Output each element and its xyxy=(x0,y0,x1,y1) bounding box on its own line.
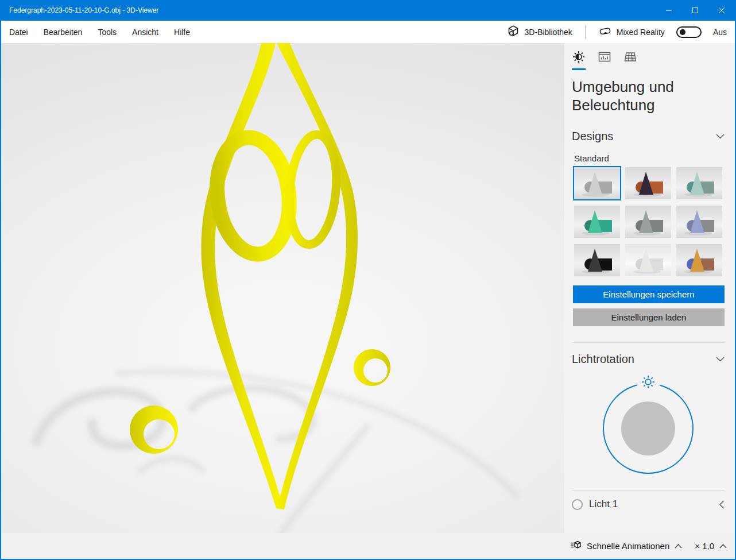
window-title: Federgraph-2023-05-11-20-10-G.obj - 3D-V… xyxy=(1,6,656,14)
close-icon xyxy=(718,7,725,14)
light-rotation-dial[interactable] xyxy=(603,383,694,474)
mixed-reality-toggle[interactable] xyxy=(676,26,702,38)
design-thumbnail-7[interactable] xyxy=(573,243,621,277)
design-thumbnail-5[interactable] xyxy=(624,204,672,239)
grid-icon xyxy=(623,50,637,64)
menu-bearbeiten[interactable]: Bearbeiten xyxy=(44,28,83,37)
curl-ring-right xyxy=(354,349,390,386)
cube-search-icon xyxy=(506,24,520,40)
ribbon-left-band xyxy=(202,43,284,509)
mixed-reality-label: Mixed Reality xyxy=(617,28,665,37)
titlebar: Federgraph-2023-05-11-20-10-G.obj - 3D-V… xyxy=(1,0,735,21)
light-1-radio[interactable] xyxy=(572,499,583,510)
design-thumbnail-2[interactable] xyxy=(624,166,672,200)
scale-control[interactable]: × 1,0 xyxy=(695,541,727,551)
vr-goggles-icon xyxy=(598,24,612,40)
menubar: Datei Bearbeiten Tools Ansicht Hilfe 3D-… xyxy=(1,21,735,43)
tab-grid[interactable] xyxy=(623,50,637,70)
sun-icon xyxy=(572,50,586,64)
close-button[interactable] xyxy=(708,0,735,21)
save-settings-button[interactable]: Einstellungen speichern xyxy=(573,285,725,303)
designs-section-header[interactable]: Designs xyxy=(572,130,725,143)
light-1-label: Licht 1 xyxy=(589,499,719,510)
minimize-icon xyxy=(665,7,672,14)
viewport-3d[interactable] xyxy=(1,43,564,533)
designs-group-label: Standard xyxy=(574,153,725,163)
3d-library-label: 3D-Bibliothek xyxy=(525,28,572,37)
caret-up-icon[interactable] xyxy=(675,544,682,549)
divider xyxy=(572,342,725,343)
light-rotation-header[interactable]: Lichtrotation xyxy=(572,353,725,366)
app-window: Federgraph-2023-05-11-20-10-G.obj - 3D-V… xyxy=(0,0,736,560)
menu-hilfe[interactable]: Hilfe xyxy=(174,28,190,37)
chevron-down-icon xyxy=(716,134,725,139)
designs-title: Designs xyxy=(572,130,613,143)
design-thumbnail-1[interactable] xyxy=(573,166,621,200)
menu-tools[interactable]: Tools xyxy=(98,28,117,37)
panel-heading: Umgebung und Beleuchtung xyxy=(572,78,710,115)
menu-ansicht[interactable]: Ansicht xyxy=(132,28,158,37)
minimize-button[interactable] xyxy=(656,0,682,21)
dial-knob[interactable] xyxy=(621,401,675,455)
stats-icon xyxy=(598,50,611,64)
menu-separator xyxy=(585,25,586,39)
settings-panel: Umgebung und Beleuchtung Designs Standar… xyxy=(564,43,735,533)
maximize-icon xyxy=(692,7,699,14)
animations-label: Schnelle Animationen xyxy=(587,541,669,551)
mixed-reality-group: Mixed Reality Aus xyxy=(598,24,727,40)
design-grid xyxy=(573,166,725,277)
ribbon-right-oval xyxy=(285,133,340,246)
panel-tabs xyxy=(572,50,725,70)
menu-datei[interactable]: Datei xyxy=(9,28,28,37)
animations-control[interactable]: Schnelle Animationen xyxy=(570,539,682,553)
light-1-row[interactable]: Licht 1 xyxy=(572,491,725,519)
model-shadow xyxy=(36,372,518,533)
caret-up-icon[interactable] xyxy=(719,544,727,549)
design-thumbnail-8[interactable] xyxy=(624,243,672,277)
design-thumbnail-9[interactable] xyxy=(675,243,723,277)
statusbar: Schnelle Animationen × 1,0 xyxy=(1,533,735,559)
design-thumbnail-4[interactable] xyxy=(573,204,621,239)
animation-cube-icon xyxy=(570,539,582,553)
tab-lighting[interactable] xyxy=(572,50,586,70)
chevron-down-icon xyxy=(716,357,725,362)
scale-label: × 1,0 xyxy=(695,541,714,551)
toggle-knob xyxy=(680,29,685,35)
design-thumbnail-6[interactable] xyxy=(675,204,723,239)
chevron-left-icon[interactable] xyxy=(719,500,725,509)
ribbon-left-oval xyxy=(211,133,296,258)
light-rotation-title: Lichtrotation xyxy=(572,353,634,366)
tab-stats[interactable] xyxy=(598,50,611,70)
dial-sun-icon[interactable] xyxy=(637,374,660,392)
load-settings-button[interactable]: Einstellungen laden xyxy=(573,308,725,326)
3d-library-button[interactable]: 3D-Bibliothek xyxy=(506,24,572,40)
mixed-reality-state: Aus xyxy=(713,28,727,37)
design-thumbnail-3[interactable] xyxy=(675,166,723,200)
federgraph-model xyxy=(1,43,564,533)
maximize-button[interactable] xyxy=(682,0,708,21)
